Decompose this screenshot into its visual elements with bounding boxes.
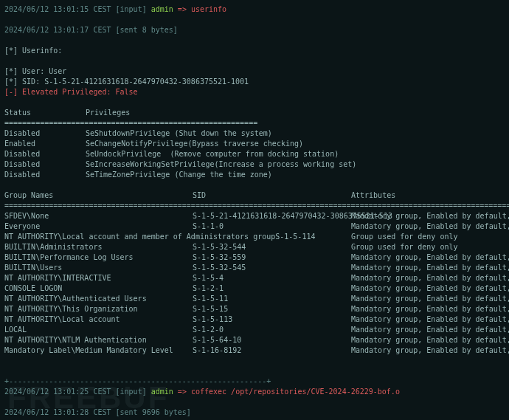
priv-name: SeChangeNotifyPrivilege(Bypass traverse …: [86, 139, 303, 149]
prompt-arrow: =>: [178, 5, 187, 13]
group-row: Group NamesSIDAttributes: [4, 190, 505, 201]
recv-line: +---------------------------------------…: [4, 376, 505, 387]
group-row: NT AUTHORITY\Local account and member of…: [4, 232, 505, 242]
blank-line: [4, 15, 505, 25]
group-name: NT AUTHORITY\This Organization: [4, 304, 193, 314]
group-row: NT AUTHORITY\Authenticated UsersS-1-5-11…: [4, 294, 505, 304]
group-sid: S-1-16-8192: [193, 345, 351, 356]
priv-row: EnabledSeChangeNotifyPrivilege(Bypass tr…: [4, 139, 505, 149]
group-row: NT AUTHORITY\This OrganizationS-1-5-15Ma…: [4, 304, 505, 314]
timestamp: 2024/06/12 13:01:15 CEST: [4, 5, 111, 13]
group-name: Mandatory Label\Medium Mandatory Level: [4, 345, 193, 356]
terminal-output: 2024/06/12 13:01:15 CEST [input] admin =…: [0, 0, 509, 420]
priv-name: SeIncreaseWorkingSetPrivilege(Increase a…: [86, 159, 356, 170]
admin-user: admin: [151, 5, 173, 13]
group-row: Mandatory Label\Medium Mandatory LevelS-…: [4, 345, 505, 356]
group-sid: S-1-5-113: [193, 314, 351, 325]
group-row: SFDEV\NoneS-1-5-21-4121631618-2647970432…: [4, 211, 505, 221]
admin-user: admin: [151, 388, 173, 396]
group-attr: Mandatory group, Enabled by default, Ena…: [351, 335, 509, 345]
blank-line: [4, 97, 505, 108]
group-attr: Mandatory group, Enabled by default, Ena…: [351, 345, 509, 356]
group-attr: Attributes: [351, 190, 395, 201]
priv-row: DisabledSeIncreaseWorkingSetPrivilege(In…: [4, 159, 505, 170]
group-row: BUILTIN\Performance Log UsersS-1-5-32-55…: [4, 252, 505, 263]
separator-line: ========================================…: [4, 118, 505, 128]
group-row: NT AUTHORITY\Local accountS-1-5-113Manda…: [4, 314, 505, 325]
priv-status: Enabled: [4, 139, 86, 149]
group-name: BUILTIN\Users: [4, 263, 193, 273]
group-attr: Mandatory group, Enabled by default, Ena…: [351, 211, 509, 221]
priv-row: DisabledSeTimeZonePrivilege (Change the …: [4, 170, 505, 180]
group-attr: Mandatory group, Enabled by default, Ena…: [351, 314, 509, 325]
priv-name: SeTimeZonePrivilege (Change the time zon…: [86, 170, 272, 180]
group-name: NT AUTHORITY\Local account and member of…: [4, 232, 275, 242]
priv-row: DisabledSeUndockPrivilege (Remove comput…: [4, 149, 505, 159]
group-name: CONSOLE LOGON: [4, 283, 193, 294]
group-name: BUILTIN\Performance Log Users: [4, 252, 193, 263]
group-attr: Mandatory group, Enabled by default, Ena…: [351, 252, 509, 263]
output-line: [*] Userinfo:: [4, 46, 505, 56]
prompt-arrow: =>: [178, 388, 187, 396]
group-sid: S-1-2-1: [193, 283, 351, 294]
group-sid: S-1-5-4: [193, 273, 351, 283]
priv-status: Disabled: [4, 128, 86, 139]
group-sid: S-1-2-0: [193, 325, 351, 335]
group-name: NT AUTHORITY\Local account: [4, 314, 193, 325]
group-attr: Mandatory group, Enabled by default, Ena…: [351, 283, 509, 294]
blank-line: [4, 35, 505, 46]
group-attr: Group used for deny only: [351, 232, 458, 242]
group-name: LOCAL: [4, 325, 193, 335]
group-attr: Mandatory group, Enabled by default, Ena…: [351, 273, 509, 283]
priv-name: Privileges: [86, 108, 130, 118]
group-row: NT AUTHORITY\INTERACTIVES-1-5-4Mandatory…: [4, 273, 505, 283]
command-text: userinfo: [191, 5, 226, 13]
group-name: Everyone: [4, 221, 193, 232]
group-sid: S-1-1-0: [193, 221, 351, 232]
blank-line: [4, 56, 505, 66]
group-attr: Mandatory group, Enabled by default, Ena…: [351, 294, 509, 304]
blank-line: [4, 356, 505, 366]
priv-status: Status: [4, 108, 86, 118]
group-row: NT AUTHORITY\NTLM AuthenticationS-1-5-64…: [4, 335, 505, 345]
group-attr: Group used for deny only: [351, 242, 458, 252]
group-sid: S-1-5-11: [193, 294, 351, 304]
priv-name: SeShutdownPrivilege (Shut down the syste…: [86, 128, 272, 139]
group-sid: S-1-5-32-544: [193, 242, 351, 252]
separator-line: ========================================…: [4, 201, 505, 211]
group-row: BUILTIN\UsersS-1-5-32-545Mandatory group…: [4, 263, 505, 273]
priv-name: SeUndockPrivilege (Remove computer from …: [86, 149, 339, 159]
command-text: coffexec /opt/repositories/CVE-2024-2622…: [191, 388, 400, 396]
output-line-red: [-] Elevated Privileged: False: [4, 87, 505, 97]
group-name: NT AUTHORITY\INTERACTIVE: [4, 273, 193, 283]
group-name: Group Names: [4, 190, 193, 201]
group-sid: S-1-5-32-559: [193, 252, 351, 263]
group-attr: Mandatory group, Enabled by default, Ena…: [351, 221, 509, 232]
prompt-line: 2024/06/12 13:01:25 CEST [input] admin =…: [4, 387, 505, 397]
group-attr: Mandatory group, Enabled by default, Ena…: [351, 325, 509, 335]
group-name: NT AUTHORITY\NTLM Authentication: [4, 335, 193, 345]
priv-row: StatusPrivileges: [4, 108, 505, 118]
output-line: [*] User: User: [4, 66, 505, 77]
blank-line: [4, 397, 505, 407]
priv-status: Disabled: [4, 149, 86, 159]
recv-line: 2024/06/12 13:01:17 CEST [sent 8 bytes]: [4, 25, 505, 35]
group-attr: Mandatory group, Enabled by default, Ena…: [351, 263, 509, 273]
group-sid: S-1-5-32-545: [193, 263, 351, 273]
timestamp: 2024/06/12 13:01:25 CEST: [4, 388, 111, 396]
group-sid: S-1-5-15: [193, 304, 351, 314]
group-row: LOCALS-1-2-0Mandatory group, Enabled by …: [4, 325, 505, 335]
priv-status: Disabled: [4, 159, 86, 170]
recv-line: 2024/06/12 13:01:28 CEST [sent 9696 byte…: [4, 407, 505, 418]
group-row: BUILTIN\AdministratorsS-1-5-32-544Group …: [4, 242, 505, 252]
group-row: CONSOLE LOGONS-1-2-1Mandatory group, Ena…: [4, 283, 505, 294]
blank-line: [4, 366, 505, 376]
group-name: NT AUTHORITY\Authenticated Users: [4, 294, 193, 304]
input-tag: [input]: [116, 5, 147, 13]
group-name: BUILTIN\Administrators: [4, 242, 193, 252]
group-sid: S-1-5-64-10: [193, 335, 351, 345]
output-line: [*] SID: S-1-5-21-4121631618-2647970432-…: [4, 77, 505, 87]
group-name: SFDEV\None: [4, 211, 193, 221]
input-tag: [input]: [116, 388, 147, 396]
group-row: EveryoneS-1-1-0Mandatory group, Enabled …: [4, 221, 505, 232]
